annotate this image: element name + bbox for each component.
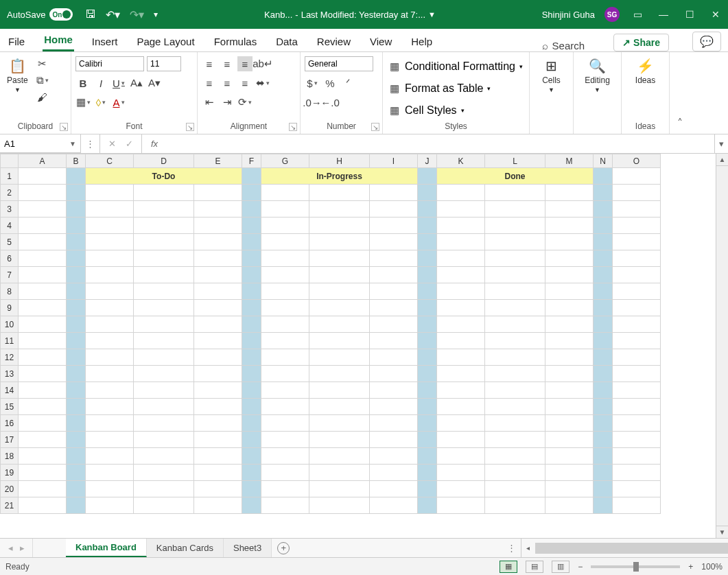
cell-H4[interactable] [309, 218, 370, 234]
cell-J21[interactable] [418, 497, 437, 514]
font-color-icon[interactable]: A [111, 95, 126, 110]
cell-L11[interactable] [485, 333, 545, 349]
cell-I16[interactable] [370, 415, 418, 432]
cell-O13[interactable] [613, 366, 661, 382]
customize-qat-icon[interactable]: ▾ [154, 10, 158, 19]
cell-J16[interactable] [418, 415, 437, 432]
cell-C1[interactable]: To-Do [86, 168, 242, 185]
cell-E12[interactable] [194, 349, 242, 366]
cell-E6[interactable] [194, 250, 242, 267]
search-box[interactable]: ⌕ Search [542, 40, 585, 51]
cell-M20[interactable] [545, 481, 594, 497]
cell-styles-button[interactable]: ▦Cell Styles▾ [387, 102, 525, 119]
alignment-dialog-icon[interactable]: ↘ [289, 123, 297, 131]
cell-B5[interactable] [67, 234, 86, 250]
cell-A20[interactable] [19, 481, 67, 497]
cell-H13[interactable] [309, 366, 370, 382]
cell-L2[interactable] [485, 185, 545, 201]
tab-insert[interactable]: Insert [91, 32, 119, 51]
cell-F16[interactable] [242, 415, 261, 432]
cell-A2[interactable] [19, 185, 67, 201]
cell-E18[interactable] [194, 448, 242, 465]
ribbon-display-icon[interactable]: ▭ [629, 9, 646, 20]
cell-O4[interactable] [613, 218, 661, 234]
cell-C17[interactable] [86, 432, 134, 448]
cell-E9[interactable] [194, 300, 242, 316]
cell-D18[interactable] [134, 448, 194, 465]
cell-F13[interactable] [242, 366, 261, 382]
cell-N1[interactable] [594, 168, 613, 185]
select-all-corner[interactable] [1, 154, 19, 168]
cell-G19[interactable] [261, 465, 309, 481]
cell-O16[interactable] [613, 415, 661, 432]
tab-data[interactable]: Data [274, 32, 299, 51]
cell-F4[interactable] [242, 218, 261, 234]
cell-C15[interactable] [86, 399, 134, 415]
row-header-15[interactable]: 15 [1, 399, 19, 415]
cell-B7[interactable] [67, 267, 86, 283]
cell-F18[interactable] [242, 448, 261, 465]
minimize-icon[interactable]: — [655, 9, 672, 20]
cell-C18[interactable] [86, 448, 134, 465]
cell-F14[interactable] [242, 382, 261, 399]
cell-L3[interactable] [485, 201, 545, 218]
cell-D13[interactable] [134, 366, 194, 382]
cell-O19[interactable] [613, 465, 661, 481]
cell-G20[interactable] [261, 481, 309, 497]
cell-C5[interactable] [86, 234, 134, 250]
cell-L15[interactable] [485, 399, 545, 415]
cell-I4[interactable] [370, 218, 418, 234]
col-header-K[interactable]: K [437, 154, 485, 168]
cell-D17[interactable] [134, 432, 194, 448]
cell-J4[interactable] [418, 218, 437, 234]
zoom-level[interactable]: 100% [701, 562, 723, 572]
cell-I12[interactable] [370, 349, 418, 366]
cell-L7[interactable] [485, 267, 545, 283]
cell-O18[interactable] [613, 448, 661, 465]
cell-A21[interactable] [19, 497, 67, 514]
col-header-B[interactable]: B [67, 154, 86, 168]
cell-N9[interactable] [594, 300, 613, 316]
format-painter-icon[interactable]: 🖌 [35, 89, 50, 104]
cell-F3[interactable] [242, 201, 261, 218]
autosave-switch[interactable]: On [49, 8, 73, 21]
cell-E16[interactable] [194, 415, 242, 432]
cell-I14[interactable] [370, 382, 418, 399]
cell-L17[interactable] [485, 432, 545, 448]
cell-G15[interactable] [261, 399, 309, 415]
cell-G21[interactable] [261, 497, 309, 514]
zoom-in-icon[interactable]: + [688, 562, 693, 572]
cancel-formula-icon[interactable]: ✕ [108, 139, 116, 149]
cell-I21[interactable] [370, 497, 418, 514]
cell-C10[interactable] [86, 316, 134, 333]
cell-H17[interactable] [309, 432, 370, 448]
cell-D19[interactable] [134, 465, 194, 481]
format-as-table-button[interactable]: ▦Format as Table▾ [387, 80, 525, 97]
cell-J12[interactable] [418, 349, 437, 366]
cell-K21[interactable] [437, 497, 485, 514]
bold-icon[interactable]: B [75, 75, 91, 91]
cell-J10[interactable] [418, 316, 437, 333]
cell-G14[interactable] [261, 382, 309, 399]
cell-K16[interactable] [437, 415, 485, 432]
save-icon[interactable]: 🖫 [85, 8, 96, 21]
cell-N20[interactable] [594, 481, 613, 497]
maximize-icon[interactable]: ☐ [681, 9, 698, 20]
cell-B20[interactable] [67, 481, 86, 497]
cell-J13[interactable] [418, 366, 437, 382]
cell-B17[interactable] [67, 432, 86, 448]
cell-M4[interactable] [545, 218, 594, 234]
cell-O6[interactable] [613, 250, 661, 267]
cell-H2[interactable] [309, 185, 370, 201]
cell-G1[interactable]: In-Progress [261, 168, 418, 185]
borders-icon[interactable]: ▦ [75, 95, 91, 110]
cell-E19[interactable] [194, 465, 242, 481]
cell-F17[interactable] [242, 432, 261, 448]
cell-F10[interactable] [242, 316, 261, 333]
cell-J17[interactable] [418, 432, 437, 448]
cell-L16[interactable] [485, 415, 545, 432]
col-header-A[interactable]: A [19, 154, 67, 168]
sheet-tab-kanban-cards[interactable]: Kanban Cards [147, 539, 224, 557]
cell-N16[interactable] [594, 415, 613, 432]
cell-O11[interactable] [613, 333, 661, 349]
